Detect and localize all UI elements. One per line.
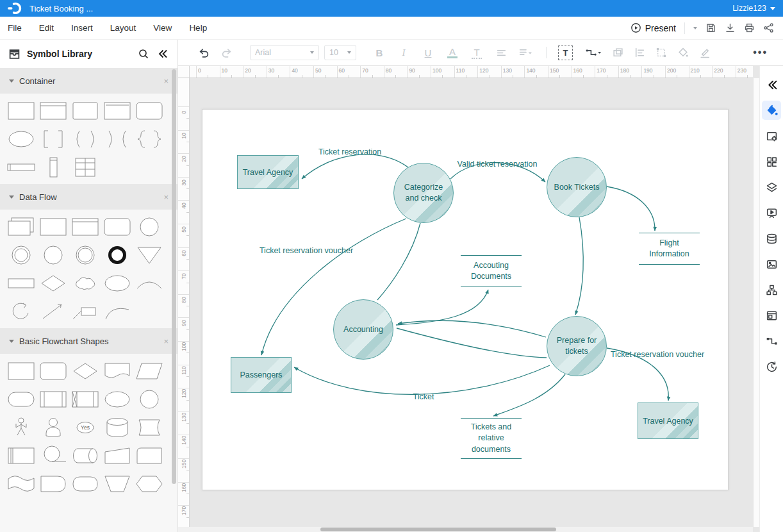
shape-hexagon[interactable]: [133, 470, 165, 498]
section-collapse-icon[interactable]: [9, 340, 14, 343]
shape-circle[interactable]: [133, 385, 165, 413]
window-icon[interactable]: [762, 306, 781, 325]
shape-oval[interactable]: [69, 470, 101, 498]
symbols-icon[interactable]: [762, 152, 781, 171]
shape-list-bar[interactable]: [5, 153, 37, 181]
vertical-scrollbar[interactable]: [753, 78, 759, 527]
shape-rounded-rect[interactable]: [133, 97, 165, 125]
node-accounting[interactable]: Accounting: [333, 299, 393, 360]
shape-rect-band[interactable]: [69, 213, 101, 241]
fill-color-button[interactable]: [677, 47, 689, 58]
shape-document[interactable]: [101, 357, 133, 385]
group-button[interactable]: [655, 47, 667, 58]
shape-corner-rect[interactable]: [133, 442, 165, 470]
menu-file[interactable]: File: [8, 23, 22, 33]
shape-yes-ellipse[interactable]: Yes: [69, 413, 101, 442]
shape-person[interactable]: [37, 413, 69, 442]
shape-cloud[interactable]: [69, 269, 101, 297]
shape-card-concave[interactable]: [133, 413, 165, 442]
undo-button[interactable]: [197, 47, 210, 59]
shape-loop-arc[interactable]: [5, 297, 37, 326]
node-travel-agency[interactable]: Travel Agency: [638, 403, 698, 439]
text-effect-button[interactable]: T: [472, 47, 482, 59]
shape-double-rect[interactable]: [5, 213, 37, 241]
connector-icon[interactable]: [762, 331, 781, 351]
shape-grid-table[interactable]: [69, 153, 101, 181]
section-collapse-icon[interactable]: [9, 195, 14, 199]
shape-bracket-curly[interactable]: [133, 125, 165, 153]
container-tool[interactable]: [612, 47, 623, 58]
shape-diamond[interactable]: [37, 269, 69, 297]
menu-layout[interactable]: Layout: [110, 23, 136, 33]
shape-diamond[interactable]: [69, 357, 101, 385]
shape-rect-double-left[interactable]: [5, 442, 37, 470]
collapse-icon[interactable]: [762, 75, 781, 94]
horizontal-scrollbar[interactable]: [178, 527, 753, 532]
shape-thin-rect[interactable]: [5, 269, 37, 297]
node-categorize-and-check[interactable]: Categorize and check: [393, 163, 454, 223]
more-tools-button[interactable]: •••: [753, 47, 768, 58]
shape-rounded-rect[interactable]: [37, 357, 69, 385]
shape-stadium[interactable]: [5, 385, 37, 413]
shape-arc[interactable]: [133, 269, 165, 297]
node-book-tickets[interactable]: Book Tickets: [547, 157, 607, 217]
shape-parallelogram[interactable]: [133, 357, 165, 385]
text-box-tool[interactable]: T: [558, 46, 573, 60]
menu-insert[interactable]: Insert: [71, 23, 93, 33]
shape-rect-plain[interactable]: [69, 97, 101, 125]
history-icon[interactable]: [762, 357, 781, 376]
section-collapse-icon[interactable]: [9, 79, 14, 83]
node-passengers[interactable]: Passengers: [231, 357, 292, 393]
shape-ellipse[interactable]: [5, 125, 37, 153]
node-travel-agency[interactable]: Travel Agency: [237, 155, 299, 189]
node-prepare-for-tickets[interactable]: Prepare for tickets: [547, 316, 607, 376]
fill-style-icon[interactable]: [762, 101, 781, 120]
panel-scrollbar[interactable]: [172, 69, 177, 484]
shape-rect[interactable]: [5, 357, 37, 385]
shape-rect-topline[interactable]: [101, 97, 133, 125]
shape-rect-band[interactable]: [37, 97, 69, 125]
share-icon[interactable]: [763, 22, 774, 33]
section-close-icon[interactable]: ×: [163, 337, 169, 346]
collapse-panel-icon[interactable]: [157, 48, 169, 60]
shape-rect[interactable]: [5, 97, 37, 125]
menu-edit[interactable]: Edit: [39, 23, 54, 33]
shape-bracket-square[interactable]: [37, 125, 69, 153]
shape-ellipse[interactable]: [101, 385, 133, 413]
shape-circle-underline[interactable]: [37, 442, 69, 470]
menu-view[interactable]: View: [153, 23, 172, 33]
shape-double-circle[interactable]: [5, 241, 37, 269]
shape-cylinder[interactable]: [101, 413, 133, 442]
download-icon[interactable]: [725, 22, 736, 33]
search-icon[interactable]: [138, 48, 149, 60]
shape-ellipse[interactable]: [101, 269, 133, 297]
redo-button[interactable]: [221, 47, 233, 59]
shape-vertical-box[interactable]: [37, 153, 69, 181]
shape-trapezoid-down[interactable]: [101, 470, 133, 498]
bold-button[interactable]: B: [374, 47, 384, 58]
section-header-container[interactable]: Container×: [0, 68, 177, 94]
font-size-select[interactable]: 10: [324, 45, 356, 60]
node-accouting-documents[interactable]: Accouting Documents: [461, 255, 522, 287]
underline-button[interactable]: U: [423, 47, 433, 58]
account-menu[interactable]: Lizzie123: [732, 4, 775, 13]
shape-curve[interactable]: [101, 297, 133, 326]
section-header-basic-flowchart-shapes[interactable]: Basic Flowchart Shapes×: [0, 328, 177, 354]
shape-callout-rect[interactable]: [69, 297, 101, 326]
shape-predefined-process[interactable]: [37, 385, 69, 413]
align-objects-button[interactable]: [634, 47, 645, 58]
shape-stick-figure[interactable]: [5, 413, 37, 442]
section-header-data-flow[interactable]: Data Flow×: [0, 184, 177, 210]
presentation-icon[interactable]: [762, 203, 781, 222]
font-family-select[interactable]: Arial: [250, 45, 319, 60]
align-text-button[interactable]: [496, 47, 507, 58]
present-button[interactable]: Present: [631, 22, 676, 33]
layers-icon[interactable]: [762, 178, 781, 197]
shape-triangle-down[interactable]: [133, 241, 165, 269]
node-flight-information[interactable]: Flight Information: [639, 233, 700, 265]
shape-half-rounded[interactable]: [37, 470, 69, 498]
shape-manual-operation[interactable]: [101, 442, 133, 470]
italic-button[interactable]: I: [399, 47, 409, 58]
menu-help[interactable]: Help: [189, 23, 207, 33]
shape-circle[interactable]: [133, 213, 165, 241]
